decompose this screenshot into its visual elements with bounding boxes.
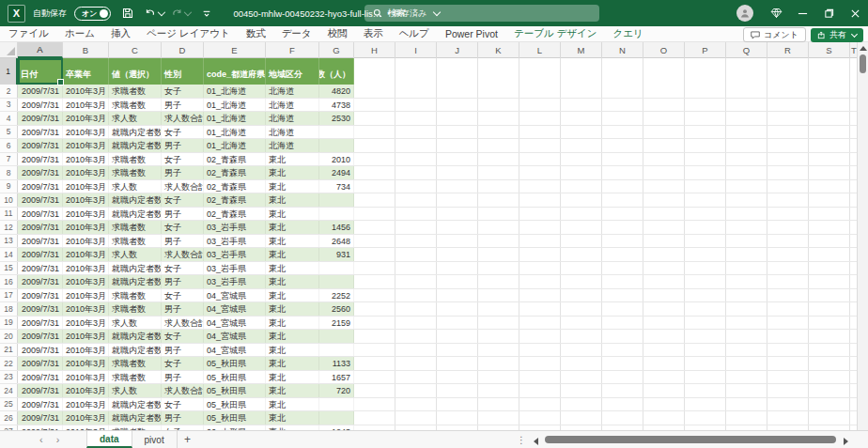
cell[interactable]: 2009/7/31 (18, 411, 63, 425)
cell[interactable]: 就職内定者数 (109, 208, 162, 221)
cell[interactable]: 2010年3月 (63, 221, 109, 234)
cell[interactable]: 2010年3月 (63, 180, 109, 193)
cell[interactable]: 2010年3月 (63, 371, 109, 384)
cell[interactable]: 東北 (266, 221, 319, 234)
row-header-22[interactable]: 22 (0, 357, 18, 370)
cell[interactable]: 734 (319, 180, 354, 193)
cell[interactable]: 2010年3月 (63, 398, 109, 411)
cell[interactable]: 2010年3月 (63, 208, 109, 221)
cell[interactable]: 東北 (266, 153, 319, 166)
vertical-scroll-thumb[interactable] (860, 54, 866, 73)
cell[interactable]: 2010年3月 (63, 344, 109, 357)
cell[interactable]: 2009/7/31 (18, 344, 63, 357)
ribbon-tab-校閲[interactable]: 校閲 (328, 27, 348, 40)
cell[interactable]: 女子 (162, 357, 204, 370)
column-header-I[interactable]: I (395, 42, 437, 58)
cell[interactable]: 2010年3月 (63, 384, 109, 397)
cell[interactable]: 就職内定者数 (109, 126, 162, 139)
quick-access-toolbar-icon[interactable] (197, 5, 216, 22)
empty-cells[interactable] (354, 166, 857, 179)
cell[interactable]: 女子 (162, 126, 204, 139)
cell[interactable]: 2010年3月 (63, 289, 109, 302)
cell[interactable]: 求人数合計 (162, 384, 204, 397)
cell[interactable]: 01_北海道 (204, 99, 266, 112)
cell[interactable]: 就職内定者数 (109, 411, 162, 425)
cell[interactable]: 2648 (319, 235, 354, 248)
cell[interactable]: 2010年3月 (63, 166, 109, 179)
cell[interactable]: 2010年3月 (63, 112, 109, 125)
cell[interactable] (319, 398, 354, 411)
cell[interactable]: 931 (319, 248, 354, 261)
minimize-button[interactable] (789, 0, 815, 26)
empty-cells[interactable] (354, 262, 857, 275)
empty-cells[interactable] (354, 221, 857, 234)
cell[interactable]: 求人数合計 (162, 180, 204, 193)
cell[interactable]: 求職者数 (109, 302, 162, 316)
empty-cells[interactable] (354, 235, 857, 248)
cell[interactable]: 東北 (266, 235, 319, 248)
sheet-tab-data[interactable]: data (86, 431, 132, 448)
cell[interactable] (319, 344, 354, 357)
cell[interactable]: 2009/7/31 (18, 235, 63, 248)
cell[interactable]: 女子 (162, 193, 204, 207)
cell[interactable]: 東北 (266, 330, 319, 343)
cell[interactable]: 2010年3月 (63, 139, 109, 152)
cell[interactable]: 01_北海道 (204, 112, 266, 125)
empty-cells[interactable] (354, 289, 857, 302)
scroll-up-icon[interactable] (860, 46, 867, 51)
tab-splitter-handle[interactable]: ⋮ (517, 431, 526, 448)
row-header-7[interactable]: 7 (0, 153, 18, 166)
column-header-R[interactable]: R (767, 42, 809, 58)
cell[interactable]: 2009/7/31 (18, 398, 63, 411)
cell[interactable]: 求職者数 (109, 235, 162, 248)
cell[interactable]: 03_岩手県 (204, 248, 266, 261)
scroll-left-icon[interactable] (534, 438, 538, 445)
row-header-2[interactable]: 2 (0, 85, 18, 98)
cell[interactable]: 女子 (162, 85, 204, 98)
cell[interactable]: 北海道 (266, 126, 319, 139)
cell[interactable] (319, 275, 354, 288)
cell[interactable]: 2560 (319, 302, 354, 316)
empty-cells[interactable] (354, 302, 857, 316)
empty-cells[interactable] (354, 398, 857, 411)
cell[interactable]: 東北 (266, 317, 319, 330)
horizontal-scroll-thumb[interactable] (545, 436, 836, 443)
empty-cells[interactable] (354, 139, 857, 152)
select-all-corner[interactable] (0, 42, 18, 57)
empty-cells[interactable] (354, 330, 857, 343)
share-button[interactable]: 共有 (811, 28, 863, 42)
cell[interactable]: 05_秋田県 (204, 357, 266, 370)
table-header-cell[interactable]: 卒業年 (63, 58, 109, 85)
cell[interactable]: 2159 (319, 317, 354, 330)
cell[interactable]: 求人数 (109, 180, 162, 193)
cell[interactable]: 求職者数 (109, 166, 162, 179)
cell[interactable]: 男子 (162, 411, 204, 425)
cell[interactable]: 2010年3月 (63, 85, 109, 98)
cell[interactable]: 2009/7/31 (18, 153, 63, 166)
cell[interactable]: 就職内定者数 (109, 139, 162, 152)
cell[interactable] (319, 262, 354, 275)
empty-cells[interactable] (354, 99, 857, 112)
excel-app-icon[interactable]: X (8, 5, 25, 23)
empty-cells[interactable] (354, 371, 857, 384)
save-icon[interactable] (118, 5, 137, 22)
cell[interactable]: 2009/7/31 (18, 221, 63, 234)
cell[interactable]: 2010年3月 (63, 317, 109, 330)
vertical-scrollbar[interactable] (857, 42, 868, 430)
empty-cells[interactable] (354, 275, 857, 288)
cell[interactable]: 02_青森県 (204, 153, 266, 166)
column-header-B[interactable]: B (63, 42, 109, 58)
cell[interactable]: 求職者数 (109, 289, 162, 302)
cell[interactable]: 東北 (266, 208, 319, 221)
column-header-F[interactable]: F (266, 42, 319, 58)
row-header-14[interactable]: 14 (0, 248, 18, 261)
cell[interactable]: 2494 (319, 166, 354, 179)
column-header-A[interactable]: A (18, 42, 63, 58)
table-header-cell[interactable]: 地域区分 (266, 58, 319, 85)
cell[interactable]: 男子 (162, 208, 204, 221)
cell[interactable]: 2009/7/31 (18, 166, 63, 179)
cell[interactable]: 2009/7/31 (18, 371, 63, 384)
cell[interactable] (319, 411, 354, 425)
cell[interactable]: 北海道 (266, 99, 319, 112)
cell[interactable]: 女子 (162, 221, 204, 234)
